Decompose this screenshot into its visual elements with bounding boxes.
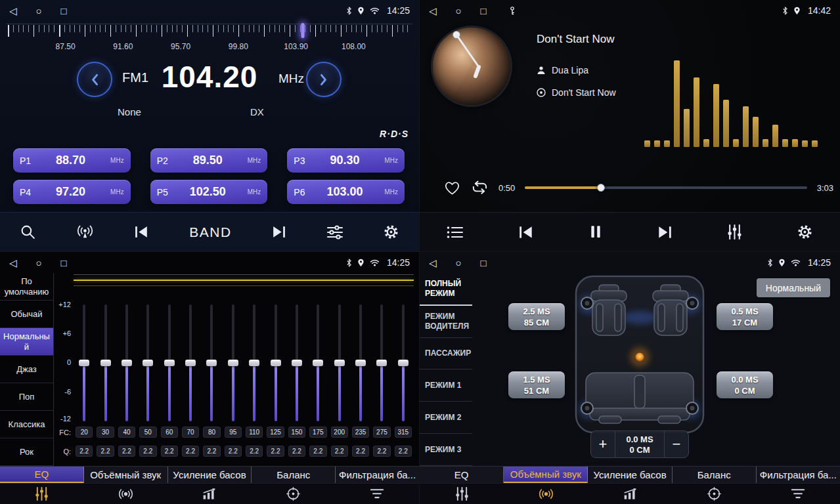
recents-icon[interactable]: □ <box>481 6 487 16</box>
eq-slider-handle[interactable] <box>249 360 259 366</box>
eq-preset-item[interactable]: Рок <box>0 438 53 466</box>
eq-preset-item[interactable]: Джаз <box>0 356 53 383</box>
settings-button[interactable] <box>380 221 402 243</box>
eq-band-slider[interactable] <box>376 304 387 421</box>
sf-mode-item[interactable]: РЕЖИМ 3 <box>420 434 472 466</box>
eq-preset-item[interactable]: Обычай <box>0 301 53 328</box>
sf-tab[interactable]: EQ <box>420 467 504 483</box>
sf-tab[interactable]: Объёмный звук <box>504 467 588 483</box>
eq-tab[interactable]: Усиление басов <box>168 467 252 483</box>
recents-icon[interactable]: □ <box>61 258 67 268</box>
sf-mode-item[interactable]: ПАССАЖИР <box>420 338 472 370</box>
home-icon[interactable]: ○ <box>36 6 42 16</box>
sf-tab-icon-cell[interactable] <box>504 484 588 504</box>
eq-band-slider[interactable] <box>355 304 366 421</box>
eq-band-slider[interactable] <box>249 304 259 421</box>
eq-tab[interactable]: EQ <box>0 467 84 483</box>
eq-slider-handle[interactable] <box>122 360 132 366</box>
sf-tab-icon-cell[interactable] <box>420 484 504 504</box>
preset-button-6[interactable]: P6 103.00 MHz <box>287 180 405 204</box>
eq-band-slider[interactable] <box>398 304 409 421</box>
eq-tab-icon-cell[interactable] <box>167 484 252 504</box>
eq-slider-handle[interactable] <box>398 360 409 366</box>
next-track-button[interactable] <box>653 222 676 243</box>
eq-settings-button[interactable] <box>324 222 346 242</box>
eq-slider-handle[interactable] <box>376 360 387 366</box>
eq-preset-item[interactable]: По умолчанию <box>0 273 53 301</box>
progress-knob[interactable] <box>597 184 605 192</box>
decrease-delay-button[interactable]: − <box>665 431 688 457</box>
sf-mode-item[interactable]: РЕЖИМ 2 <box>420 402 472 434</box>
sf-mode-item[interactable]: РЕЖИМ ВОДИТЕЛЯ <box>420 306 472 338</box>
back-icon[interactable]: ◁ <box>9 6 17 16</box>
eq-slider-handle[interactable] <box>334 360 345 366</box>
repeat-button[interactable] <box>471 180 489 194</box>
sf-mode-item[interactable]: РЕЖИМ 1 <box>420 369 472 402</box>
eq-slider-handle[interactable] <box>143 360 153 366</box>
eq-band-slider[interactable] <box>228 304 238 421</box>
sound-preset-button[interactable]: Нормальный <box>757 278 830 297</box>
eq-tab-icon-cell[interactable] <box>0 484 84 504</box>
sf-tab-icon-cell[interactable] <box>756 484 840 504</box>
sf-mode-item[interactable]: ПОЛНЫЙ РЕЖИМ <box>420 273 472 306</box>
eq-band-slider[interactable] <box>292 304 302 421</box>
eq-tab-icon-cell[interactable] <box>84 484 168 504</box>
eq-band-slider[interactable] <box>143 304 153 421</box>
preset-button-3[interactable]: P3 90.30 MHz <box>287 148 405 173</box>
preset-button-4[interactable]: P4 97.20 MHz <box>13 180 131 204</box>
playlist-button[interactable] <box>444 223 466 242</box>
back-icon[interactable]: ◁ <box>429 258 437 268</box>
eq-slider-handle[interactable] <box>206 360 217 366</box>
home-icon[interactable]: ○ <box>36 258 42 268</box>
sf-tab-icon-cell[interactable] <box>588 484 672 504</box>
eq-band-slider[interactable] <box>79 304 89 421</box>
previous-track-button[interactable] <box>515 222 537 243</box>
eq-slider-handle[interactable] <box>185 360 196 366</box>
sf-tab[interactable]: Фильтрация ба... <box>757 467 840 483</box>
eq-slider-handle[interactable] <box>355 360 366 366</box>
eq-slider-handle[interactable] <box>292 360 302 366</box>
eq-band-slider[interactable] <box>313 304 323 421</box>
eq-tab[interactable]: Объёмный звук <box>84 467 168 483</box>
delay-front-left-button[interactable]: 2.5 MS 85 CM <box>508 303 565 330</box>
recents-icon[interactable]: □ <box>481 258 487 268</box>
sf-tab-icon-cell[interactable] <box>672 484 756 504</box>
back-icon[interactable]: ◁ <box>429 6 437 16</box>
pause-button[interactable] <box>586 221 605 242</box>
eq-tab[interactable]: Фильтрация ба... <box>336 467 419 483</box>
increase-delay-button[interactable]: + <box>591 431 615 457</box>
back-icon[interactable]: ◁ <box>9 258 17 268</box>
band-button[interactable]: BAND <box>187 222 234 243</box>
delay-rear-left-button[interactable]: 1.5 MS 51 CM <box>508 371 565 398</box>
delay-front-right-button[interactable]: 0.5 MS 17 CM <box>717 303 773 330</box>
eq-preset-item[interactable]: Нормальный <box>0 328 53 356</box>
mixer-button[interactable] <box>724 221 745 243</box>
eq-tab[interactable]: Баланс <box>252 467 336 483</box>
prev-station-button[interactable] <box>131 222 152 242</box>
eq-slider-handle[interactable] <box>228 360 238 366</box>
eq-band-slider[interactable] <box>122 304 132 421</box>
home-icon[interactable]: ○ <box>456 258 462 268</box>
eq-slider-handle[interactable] <box>79 360 89 366</box>
delay-rear-right-button[interactable]: 0.0 MS 0 CM <box>717 371 773 398</box>
next-station-button[interactable] <box>268 222 290 242</box>
eq-band-slider[interactable] <box>164 304 175 421</box>
frequency-scale[interactable] <box>7 24 412 39</box>
recents-icon[interactable]: □ <box>61 6 67 16</box>
tuning-indicator[interactable] <box>301 23 305 38</box>
eq-preset-item[interactable]: Классика <box>0 411 53 438</box>
eq-tab-icon-cell[interactable] <box>335 484 419 504</box>
tune-up-button[interactable] <box>306 62 342 97</box>
preset-button-5[interactable]: P5 102.50 MHz <box>150 180 268 204</box>
eq-slider-handle[interactable] <box>271 360 281 366</box>
settings-button[interactable] <box>794 221 816 243</box>
sf-tab[interactable]: Баланс <box>673 467 757 483</box>
sf-tab[interactable]: Усиление басов <box>588 467 672 483</box>
eq-slider-handle[interactable] <box>164 360 175 366</box>
eq-band-slider[interactable] <box>270 304 280 421</box>
eq-band-slider[interactable] <box>185 304 196 421</box>
seek-bar[interactable] <box>525 186 807 189</box>
eq-band-slider[interactable] <box>334 304 345 421</box>
eq-slider-handle[interactable] <box>100 360 111 366</box>
eq-slider-handle[interactable] <box>313 360 323 366</box>
